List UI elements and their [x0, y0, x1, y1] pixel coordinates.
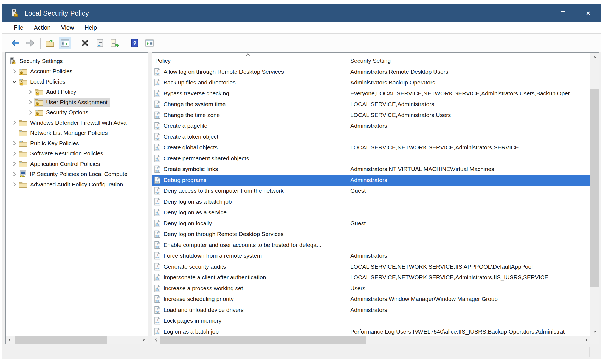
scroll-down-icon[interactable]	[590, 328, 599, 335]
policy-row-create-symbolic-links[interactable]: Create symbolic linksAdministrators,NT V…	[152, 164, 590, 175]
tree-item-security-options[interactable]: Security Options	[6, 107, 148, 118]
chevron-right-icon[interactable]	[11, 181, 18, 188]
chevron-right-icon[interactable]	[11, 160, 18, 167]
close-icon: ×	[586, 9, 591, 17]
scrollbar-thumb[interactable]	[160, 336, 366, 344]
policy-row-deny-log-on-as-a-service[interactable]: Deny log on as a service	[152, 207, 590, 218]
chevron-right-icon[interactable]	[27, 99, 34, 106]
tree-horizontal-scrollbar[interactable]	[6, 336, 148, 344]
tree-item-body[interactable]: Account Policies	[18, 67, 75, 76]
chevron-right-icon[interactable]	[11, 119, 18, 126]
close-button[interactable]: ×	[576, 4, 601, 22]
policy-name: Back up files and directories	[164, 79, 350, 86]
export-list-button[interactable]	[108, 37, 121, 49]
menu-action[interactable]: Action	[29, 24, 56, 31]
policy-row-deny-log-on-locally[interactable]: Deny log on locallyGuest	[152, 218, 590, 229]
tree-item-body[interactable]: Network List Manager Policies	[18, 128, 110, 138]
tree-item-user-rights-assignment[interactable]: User Rights Assignment	[6, 97, 148, 107]
chevron-right-icon[interactable]	[27, 109, 34, 116]
maximize-button[interactable]	[550, 4, 576, 22]
tree-item-ip-security-policies-on-local-compute[interactable]: IP Security Policies on Local Compute	[6, 169, 148, 180]
policy-row-load-and-unload-device-drivers[interactable]: Load and unload device driversAdministra…	[152, 305, 590, 315]
tree-item-network-list-manager-policies[interactable]: Network List Manager Policies	[6, 128, 148, 138]
chevron-right-icon[interactable]	[11, 150, 18, 157]
policy-row-generate-security-audits[interactable]: Generate security auditsLOCAL SERVICE,NE…	[152, 261, 590, 272]
scroll-right-icon[interactable]	[140, 336, 148, 344]
show-console-tree-button[interactable]	[59, 37, 71, 49]
list-vertical-scrollbar[interactable]	[590, 53, 599, 336]
delete-button[interactable]	[79, 37, 91, 49]
policy-row-enable-computer-and-user-accounts-to-be-trusted-[interactable]: Enable computer and user accounts to be …	[152, 240, 590, 251]
policy-row-bypass-traverse-checking[interactable]: Bypass traverse checkingEveryone,LOCAL S…	[152, 88, 590, 99]
help-button[interactable]	[128, 37, 141, 49]
forward-button[interactable]	[24, 37, 36, 49]
tree-item-local-policies[interactable]: Local Policies	[6, 76, 148, 87]
tree-item-account-policies[interactable]: Account Policies	[6, 66, 148, 77]
policy-row-increase-scheduling-priority[interactable]: Increase scheduling priorityAdministrato…	[152, 294, 590, 305]
policy-document-icon	[154, 165, 161, 173]
policy-row-debug-programs[interactable]: Debug programsAdministrators	[152, 175, 590, 186]
tree-item-advanced-audit-policy-configuration[interactable]: Advanced Audit Policy Configuration	[6, 179, 148, 190]
scrollbar-thumb[interactable]	[590, 89, 599, 287]
minimize-button[interactable]	[525, 4, 550, 22]
tree-item-audit-policy[interactable]: Audit Policy	[6, 87, 148, 97]
security-setting-value: Administrators	[350, 252, 590, 259]
chevron-right-icon[interactable]	[11, 68, 18, 75]
policy-row-change-the-system-time[interactable]: Change the system timeLOCAL SERVICE,Admi…	[152, 99, 590, 110]
menu-file[interactable]: File	[9, 24, 29, 31]
scroll-up-icon[interactable]	[590, 54, 599, 61]
tree-item-label: IP Security Policies on Local Compute	[30, 171, 128, 177]
policy-row-log-on-as-a-batch-job[interactable]: Log on as a batch jobPerformance Log Use…	[152, 326, 590, 336]
column-header-security-setting[interactable]: Security Setting	[350, 53, 391, 66]
tree-item-body[interactable]: Audit Policy	[34, 87, 79, 96]
scroll-right-icon[interactable]	[582, 336, 590, 344]
policy-row-create-a-pagefile[interactable]: Create a pagefileAdministrators	[152, 121, 590, 132]
chevron-right-icon[interactable]	[11, 140, 18, 147]
policy-row-deny-log-on-through-remote-desktop-services[interactable]: Deny log on through Remote Desktop Servi…	[152, 229, 590, 240]
policy-row-change-the-time-zone[interactable]: Change the time zoneLOCAL SERVICE,Admini…	[152, 110, 590, 121]
tree-item-body[interactable]: Security Settings	[7, 56, 66, 66]
chevron-right-icon[interactable]	[11, 170, 18, 178]
tree-item-body[interactable]: Security Options	[34, 108, 91, 117]
policy-row-create-global-objects[interactable]: Create global objectsLOCAL SERVICE,NETWO…	[152, 142, 590, 153]
tree-item-public-key-policies[interactable]: Public Key Policies	[6, 138, 148, 149]
column-header-policy[interactable]: Policy	[155, 53, 171, 66]
policy-row-force-shutdown-from-a-remote-system[interactable]: Force shutdown from a remote systemAdmin…	[152, 251, 590, 261]
chevron-right-icon[interactable]	[27, 88, 34, 95]
policy-row-allow-log-on-through-remote-desktop-services[interactable]: Allow log on through Remote Desktop Serv…	[152, 66, 590, 77]
scroll-left-icon[interactable]	[6, 336, 14, 344]
policy-row-impersonate-a-client-after-authentication[interactable]: Impersonate a client after authenticatio…	[152, 272, 590, 283]
menu-view[interactable]: View	[56, 24, 79, 31]
scroll-left-icon[interactable]	[152, 336, 160, 344]
tree-item-security-settings[interactable]: Security Settings	[6, 56, 148, 66]
policy-row-back-up-files-and-directories[interactable]: Back up files and directoriesAdministrat…	[152, 77, 590, 88]
column-divider[interactable]	[348, 56, 348, 64]
tree-item-body[interactable]: Advanced Audit Policy Configuration	[18, 180, 126, 189]
policy-row-create-permanent-shared-objects[interactable]: Create permanent shared objects	[152, 153, 590, 164]
tree-item-body[interactable]: Local Policies	[18, 77, 68, 86]
menu-help[interactable]: Help	[79, 24, 102, 31]
policy-name: Allow log on through Remote Desktop Serv…	[164, 69, 350, 75]
scrollbar-thumb[interactable]	[15, 336, 107, 344]
back-button[interactable]	[9, 37, 22, 49]
show-action-pane-button[interactable]	[143, 37, 156, 49]
tree-item-software-restriction-policies[interactable]: Software Restriction Policies	[6, 149, 148, 159]
tree-item-body[interactable]: Windows Defender Firewall with Adva	[18, 118, 129, 127]
tree-item-application-control-policies[interactable]: Application Control Policies	[6, 159, 148, 169]
policy-row-deny-log-on-as-a-batch-job[interactable]: Deny log on as a batch job	[152, 196, 590, 207]
policy-row-deny-access-to-this-computer-from-the-network[interactable]: Deny access to this computer from the ne…	[152, 186, 590, 197]
tree-item-body[interactable]: Public Key Policies	[18, 139, 81, 148]
chevron-down-icon[interactable]	[11, 78, 18, 85]
policy-row-lock-pages-in-memory[interactable]: Lock pages in memory	[152, 315, 590, 326]
tree-item-body[interactable]: IP Security Policies on Local Compute	[18, 169, 130, 179]
policy-row-create-a-token-object[interactable]: Create a token object	[152, 131, 590, 142]
tree-item-body[interactable]: Application Control Policies	[18, 159, 103, 169]
security-setting-value: LOCAL SERVICE,NETWORK SERVICE,Administra…	[350, 144, 590, 151]
tree-item-windows-defender-firewall-with-adva[interactable]: Windows Defender Firewall with Adva	[6, 118, 148, 128]
tree-selection-highlight[interactable]: User Rights Assignment	[34, 98, 110, 107]
policy-row-increase-a-process-working-set[interactable]: Increase a process working setUsers	[152, 283, 590, 294]
up-one-level-button[interactable]	[44, 37, 57, 49]
properties-button[interactable]	[94, 37, 106, 49]
tree-item-body[interactable]: Software Restriction Policies	[18, 149, 106, 158]
list-horizontal-scrollbar[interactable]	[152, 336, 590, 344]
